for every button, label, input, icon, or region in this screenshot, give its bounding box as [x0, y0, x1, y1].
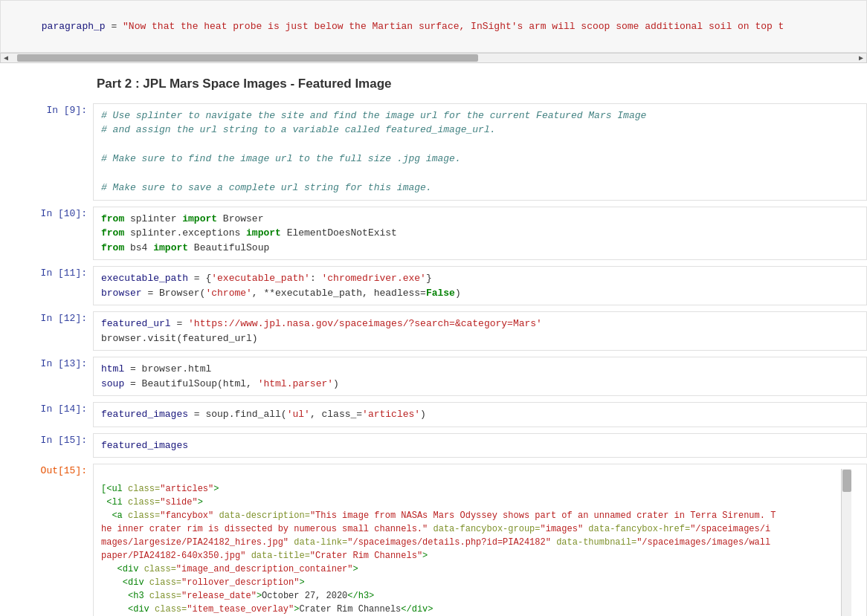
cell-label-out15: Out[15]:	[0, 464, 93, 616]
code-line: from splinter import Browser	[101, 212, 859, 227]
code-line: html = browser.html	[101, 362, 859, 377]
code-line: executable_path = {'executable_path': 'c…	[101, 271, 859, 286]
scrollbar-thumb[interactable]	[17, 54, 478, 62]
cell-label-in11: In [11]:	[0, 266, 93, 305]
cell-content-in14[interactable]: featured_images = soup.find_all('ul', cl…	[93, 402, 867, 427]
cell-in10: In [10]: from splinter import Browser fr…	[0, 204, 867, 264]
code-line: from splinter.exceptions import ElementD…	[101, 226, 859, 241]
cell-in14: In [14]: featured_images = soup.find_all…	[0, 399, 867, 430]
cell-label-in15: In [15]:	[0, 433, 93, 458]
section-heading: Part 2 : JPL Mars Space Images - Feature…	[0, 63, 867, 100]
vertical-scrollbar-thumb[interactable]	[842, 470, 851, 492]
code-line: # Make sure to find the image url to the…	[101, 152, 859, 166]
cell-content-in12[interactable]: featured_url = 'https://www.jpl.nasa.gov…	[93, 311, 867, 351]
horizontal-scrollbar[interactable]: ◀ ▶	[0, 53, 867, 63]
cell-in11: In [11]: executable_path = {'executable_…	[0, 263, 867, 308]
cell-content-out15[interactable]: [<ul class="articles"> <li class="slide"…	[93, 464, 867, 616]
code-line: browser.visit(featured_url)	[101, 331, 859, 346]
top-code-area: paragraph_p = "Now that the heat probe i…	[0, 0, 867, 53]
cell-in15: In [15]: featured_images	[0, 430, 867, 461]
cell-out15: Out[15]: [<ul class="articles"> <li clas…	[0, 461, 867, 616]
top-code-line: paragraph_p = "Now that the heat probe i…	[7, 4, 860, 49]
cell-content-in9[interactable]: # Use splinter to navigate the site and …	[93, 103, 867, 201]
cell-content-in13[interactable]: html = browser.html soup = BeautifulSoup…	[93, 357, 867, 396]
code-line: # Make sure to save a complete url strin…	[101, 181, 859, 195]
cell-label-in13: In [13]:	[0, 357, 93, 396]
code-line: browser = Browser('chrome', **executable…	[101, 286, 859, 301]
code-line: from bs4 import BeautifulSoup	[101, 241, 859, 256]
cell-label-in12: In [12]:	[0, 311, 93, 351]
cell-content-in10[interactable]: from splinter import Browser from splint…	[93, 207, 867, 261]
cell-in9: In [9]: # Use splinter to navigate the s…	[0, 100, 867, 204]
scroll-left-arrow[interactable]: ◀	[1, 53, 11, 63]
cell-content-in15[interactable]: featured_images	[93, 433, 867, 458]
cell-label-in9: In [9]:	[0, 103, 93, 201]
output-text: [<ul class="articles"> <li class="slide"…	[101, 469, 851, 616]
notebook-container: paragraph_p = "Now that the heat probe i…	[0, 0, 867, 616]
code-line: # and assign the url string to a variabl…	[101, 123, 859, 137]
cell-in12: In [12]: featured_url = 'https://www.jpl…	[0, 308, 867, 354]
scroll-right-arrow[interactable]: ▶	[856, 53, 866, 63]
cell-label-in10: In [10]:	[0, 207, 93, 261]
code-line	[101, 166, 859, 181]
cell-content-in11[interactable]: executable_path = {'executable_path': 'c…	[93, 266, 867, 305]
code-line: featured_url = 'https://www.jpl.nasa.gov…	[101, 317, 859, 331]
code-line: featured_images	[101, 438, 859, 453]
vertical-scrollbar[interactable]	[841, 469, 851, 616]
code-line: soup = BeautifulSoup(html, 'html.parser'…	[101, 377, 859, 392]
cell-label-in14: In [14]:	[0, 402, 93, 427]
code-line	[101, 137, 859, 152]
cell-in13: In [13]: html = browser.html soup = Beau…	[0, 354, 867, 399]
code-line: # Use splinter to navigate the site and …	[101, 108, 859, 123]
code-line: featured_images = soup.find_all('ul', cl…	[101, 407, 859, 422]
